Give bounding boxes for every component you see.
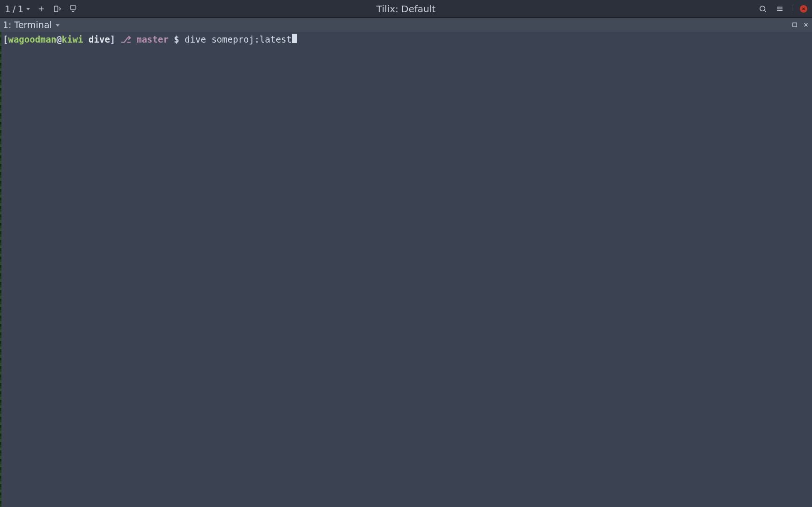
terminal-pane[interactable]: [wagoodman@kiwi dive] ⎇ master $ dive so… [0,32,812,507]
terminal-tab[interactable]: 1: Terminal [3,20,59,30]
search-button[interactable] [758,4,768,14]
prompt-host: kiwi [62,34,83,45]
split-right-button[interactable] [52,4,62,14]
prompt-close-bracket: ] [110,34,115,45]
svg-line-7 [73,10,74,12]
tab-label-text: 1: Terminal [3,20,52,30]
split-down-button[interactable] [68,4,78,14]
window-close-button[interactable] [800,5,807,13]
prompt-space [169,34,174,45]
prompt-space [179,34,185,45]
svg-line-4 [59,9,61,10]
close-pane-button[interactable] [803,22,809,28]
git-branch-icon: ⎇ [121,34,131,45]
tab-bar: 1: Terminal [0,18,812,32]
svg-rect-15 [793,23,797,27]
window-title: Tilix: Default [376,3,436,15]
menu-button[interactable] [775,4,784,14]
session-switcher[interactable]: 1 / 1 [5,3,30,15]
prompt-space [83,34,89,45]
prompt-line: [wagoodman@kiwi dive] ⎇ master $ dive so… [3,34,809,45]
session-total: 1 [17,3,23,15]
prompt-dollar: $ [174,34,179,45]
window-toolbar: 1 / 1 Tilix: Default [0,0,812,18]
svg-line-3 [59,7,61,9]
svg-rect-5 [70,6,76,9]
session-current: 1 [5,3,11,15]
add-session-button[interactable] [37,4,46,14]
chevron-down-icon [56,24,59,27]
prompt-at: @ [56,34,61,45]
terminal-cursor [292,34,297,43]
toolbar-divider [792,5,792,13]
prompt-git-branch: master [136,34,169,45]
prompt-user: wagoodman [8,34,56,45]
terminal-left-accent [0,32,1,507]
prompt-dir: dive [89,34,110,45]
chevron-down-icon [26,8,30,10]
svg-rect-2 [54,6,58,12]
prompt-open-bracket: [ [3,34,8,45]
prompt-space [115,34,120,45]
toolbar-left-group: 1 / 1 [5,3,78,15]
tab-controls [791,22,809,28]
prompt-space [131,34,136,45]
toolbar-right-group [758,4,807,14]
svg-line-9 [764,10,766,12]
command-input-text: dive someproj:latest [185,34,292,45]
session-separator: / [13,3,16,15]
maximize-pane-button[interactable] [791,22,798,28]
svg-point-8 [760,6,765,11]
